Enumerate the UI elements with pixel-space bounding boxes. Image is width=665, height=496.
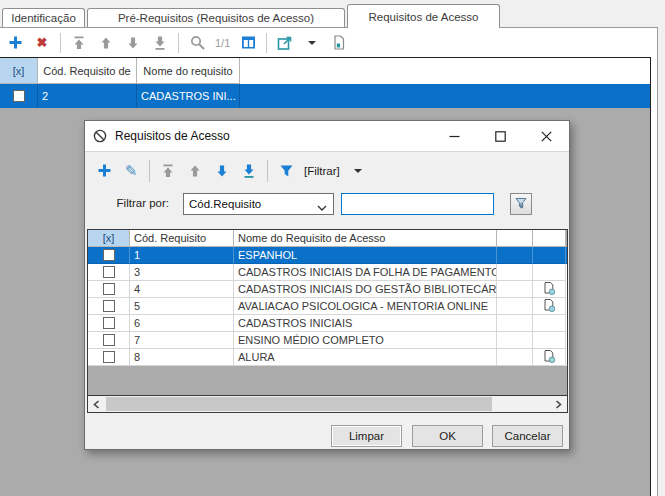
limpar-button[interactable]: Limpar [331,425,402,447]
filter-menu-button[interactable]: [Filtrar] [304,165,340,177]
table-row[interactable]: 5 AVALIACAO PSICOLOGICA - MENTORIA ONLIN… [88,298,567,315]
header-code[interactable]: Cód. Requisito [130,230,234,247]
header-check[interactable]: [x] [88,230,130,247]
move-first-icon[interactable] [159,161,177,181]
row-checkbox-cell [88,264,130,281]
checkbox[interactable] [103,351,115,363]
header-name[interactable]: Nome do Requisito de Acesso [234,230,497,247]
cell-name: ENSINO MÉDIO COMPLETO [234,332,497,349]
apply-filter-button[interactable] [510,193,532,215]
cell-icon [533,349,566,366]
filter-field-select[interactable]: Cód.Requisito [183,193,334,215]
toolbar-divider [60,33,61,53]
dialog-icon [93,129,107,143]
search-icon[interactable] [188,33,206,53]
toolbar-divider [178,33,179,53]
cell-icon [533,281,566,298]
table-row[interactable]: 1 ESPANHOL [88,247,567,264]
move-down-icon[interactable] [124,33,142,53]
move-down-icon[interactable] [213,161,231,181]
ok-button[interactable]: OK [412,425,483,447]
export-dropdown-icon[interactable] [303,33,321,53]
checkbox[interactable] [103,334,115,346]
checkbox[interactable] [13,90,25,102]
scrollbar-thumb[interactable] [106,397,492,411]
cell-code: 5 [130,298,234,315]
checkbox[interactable] [103,266,115,278]
table-row[interactable]: 6 CADASTROS INICIAIS [88,315,567,332]
cell-name: AVALIACAO PSICOLOGICA - MENTORIA ONLINE [234,298,497,315]
dialog-toolbar: ✎ [Filtrar] [87,154,567,187]
header-name[interactable]: Nome do requisito [137,58,240,84]
add-icon[interactable] [95,161,113,181]
columns-icon[interactable] [239,33,257,53]
table-row[interactable]: 8 ALURA [88,349,567,366]
checkbox[interactable] [103,300,115,312]
move-up-icon[interactable] [186,161,204,181]
dialog-grid: [x] Cód. Requisito Nome do Requisito de … [87,229,568,413]
minimize-icon[interactable] [431,121,477,151]
requisitos-de-acesso-dialog: Requisitos de Acesso ✎ [84,120,570,450]
scroll-right-icon[interactable] [550,396,567,412]
table-row[interactable]: 3 CADASTROS INICIAIS DA FOLHA DE PAGAMEN… [88,264,567,281]
cancelar-button[interactable]: Cancelar [492,425,563,447]
move-first-icon[interactable] [70,33,88,53]
filter-value-input[interactable] [341,193,494,215]
close-icon[interactable] [523,121,569,151]
horizontal-scrollbar[interactable] [88,395,567,412]
scroll-left-icon[interactable] [88,396,105,412]
cell-empty [497,332,533,349]
row-checkbox-cell [88,315,130,332]
row-checkbox-cell [88,349,130,366]
move-last-icon[interactable] [151,33,169,53]
cell-icon [533,264,566,281]
cell-icon [533,332,566,349]
add-icon[interactable] [6,33,24,53]
cell-code: 4 [130,281,234,298]
checkbox[interactable] [103,317,115,329]
checkbox[interactable] [103,249,115,261]
table-row[interactable]: 7 ENSINO MÉDIO COMPLETO [88,332,567,349]
tab-requisitos-de-acesso[interactable]: Requisitos de Acesso [347,4,500,28]
edit-icon[interactable]: ✎ [122,161,140,181]
attachment-icon[interactable] [542,281,556,297]
cell-name: CADASTROS INICIAIS DO GESTÃO BIBLIOTECÁR… [234,281,497,298]
attachment-icon[interactable] [542,298,556,314]
table-row[interactable]: 4 CADASTROS INICIAIS DO GESTÃO BIBLIOTEC… [88,281,567,298]
dialog-titlebar[interactable]: Requisitos de Acesso [85,121,569,152]
tab-pre-requisitos[interactable]: Pré-Requisitos (Requisitos de Acesso) [87,8,345,27]
window-controls [431,121,569,151]
cell-empty [497,298,533,315]
move-last-icon[interactable] [240,161,258,181]
tab-identificacao[interactable]: Identificação [2,8,85,27]
page-indicator: 1/1 [215,37,230,49]
export-icon[interactable] [276,33,294,53]
cell-empty [497,315,533,332]
chevron-down-icon [317,202,327,214]
cell-name: CADASTROS INICIAIS [234,315,497,332]
filter-dropdown-icon[interactable] [349,161,367,181]
cell-code: 1 [130,247,234,264]
delete-icon[interactable]: ✖ [33,33,51,53]
filter-icon[interactable] [277,161,295,181]
cell-icon [533,315,566,332]
filter-label: Filtrar por: [105,197,169,209]
report-icon[interactable] [330,33,348,53]
cell-empty [497,264,533,281]
filter-row: Filtrar por: Cód.Requisito [85,187,569,227]
toolbar-divider [267,160,268,182]
checkbox[interactable] [103,283,115,295]
table-row[interactable]: 2 CADASTROS INI... [0,84,650,108]
cell-empty [497,247,533,264]
header-code[interactable]: Cód. Requisito de [38,58,137,84]
tab-label: Requisitos de Acesso [369,11,479,23]
filter-field-value: Cód.Requisito [189,198,261,210]
move-up-icon[interactable] [97,33,115,53]
tab-label: Pré-Requisitos (Requisitos de Acesso) [118,12,314,24]
header-empty [533,230,566,247]
cell-name: CADASTROS INI... [137,84,240,108]
attachment-icon[interactable] [542,349,556,365]
maximize-icon[interactable] [477,121,523,151]
header-check[interactable]: [x] [0,58,38,84]
row-checkbox-cell [88,298,130,315]
